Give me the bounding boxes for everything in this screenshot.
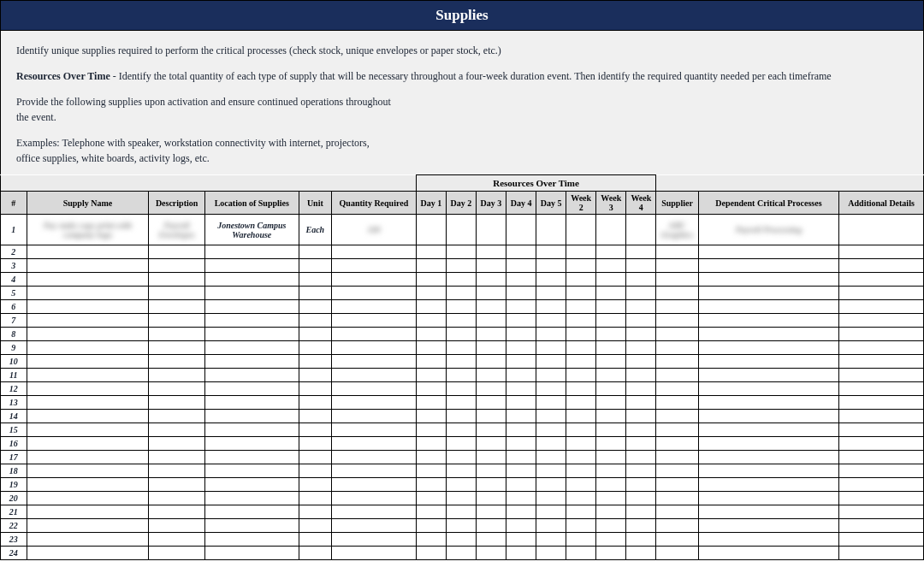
cell-supply_name[interactable] — [27, 396, 149, 410]
cell-location[interactable] — [205, 423, 299, 437]
cell-week3[interactable] — [596, 547, 626, 560]
cell-day3[interactable] — [476, 519, 506, 533]
cell-supply_name[interactable] — [27, 505, 149, 519]
cell-day3[interactable] — [476, 314, 506, 328]
cell-qty[interactable] — [332, 423, 417, 437]
cell-supplier[interactable] — [656, 369, 698, 382]
cell-supplier[interactable] — [656, 328, 698, 341]
cell-day2[interactable] — [446, 505, 476, 519]
cell-week4[interactable] — [626, 259, 656, 273]
cell-day1[interactable] — [416, 215, 446, 245]
cell-additional[interactable] — [839, 215, 924, 245]
cell-week2[interactable] — [566, 423, 596, 437]
cell-supply_name[interactable] — [27, 273, 149, 287]
cell-day5[interactable] — [536, 273, 566, 287]
cell-day4[interactable] — [506, 259, 536, 273]
cell-qty[interactable] — [332, 382, 417, 396]
cell-day5[interactable] — [536, 382, 566, 396]
cell-description[interactable]: Payroll Envelopes — [149, 215, 205, 245]
cell-day5[interactable] — [536, 505, 566, 519]
cell-description[interactable] — [149, 396, 205, 410]
cell-day1[interactable] — [416, 314, 446, 328]
cell-additional[interactable] — [839, 355, 924, 369]
cell-description[interactable] — [149, 369, 205, 382]
cell-day1[interactable] — [416, 464, 446, 478]
cell-week4[interactable] — [626, 245, 656, 259]
cell-day5[interactable] — [536, 423, 566, 437]
cell-num[interactable]: 16 — [1, 437, 27, 451]
cell-num[interactable]: 1 — [1, 215, 27, 245]
cell-num[interactable]: 7 — [1, 314, 27, 328]
cell-dep[interactable] — [698, 423, 838, 437]
cell-day3[interactable] — [476, 273, 506, 287]
cell-additional[interactable] — [839, 396, 924, 410]
cell-num[interactable]: 15 — [1, 423, 27, 437]
cell-week4[interactable] — [626, 369, 656, 382]
cell-day2[interactable] — [446, 410, 476, 423]
cell-supplier[interactable]: ABC Graphics — [656, 215, 698, 245]
cell-supplier[interactable] — [656, 245, 698, 259]
cell-dep[interactable] — [698, 464, 838, 478]
cell-day3[interactable] — [476, 382, 506, 396]
cell-additional[interactable] — [839, 273, 924, 287]
cell-location[interactable] — [205, 382, 299, 396]
cell-dep[interactable] — [698, 245, 838, 259]
cell-supply_name[interactable] — [27, 519, 149, 533]
cell-supply_name[interactable] — [27, 410, 149, 423]
cell-day3[interactable] — [476, 341, 506, 355]
cell-day2[interactable] — [446, 245, 476, 259]
cell-supply_name[interactable] — [27, 423, 149, 437]
cell-week4[interactable] — [626, 464, 656, 478]
cell-day2[interactable] — [446, 547, 476, 560]
cell-supplier[interactable] — [656, 341, 698, 355]
cell-week2[interactable] — [566, 396, 596, 410]
cell-week3[interactable] — [596, 410, 626, 423]
cell-description[interactable] — [149, 314, 205, 328]
cell-qty[interactable] — [332, 547, 417, 560]
cell-day3[interactable] — [476, 369, 506, 382]
cell-day2[interactable] — [446, 273, 476, 287]
cell-week2[interactable] — [566, 478, 596, 492]
cell-supply_name[interactable] — [27, 437, 149, 451]
cell-supplier[interactable] — [656, 314, 698, 328]
cell-qty[interactable] — [332, 519, 417, 533]
cell-dep[interactable] — [698, 341, 838, 355]
cell-week2[interactable] — [566, 519, 596, 533]
cell-week3[interactable] — [596, 423, 626, 437]
cell-week3[interactable] — [596, 464, 626, 478]
cell-qty[interactable] — [332, 505, 417, 519]
cell-qty[interactable] — [332, 314, 417, 328]
cell-week2[interactable] — [566, 369, 596, 382]
cell-qty[interactable] — [332, 245, 417, 259]
cell-day3[interactable] — [476, 423, 506, 437]
cell-dep[interactable] — [698, 410, 838, 423]
cell-num[interactable]: 23 — [1, 533, 27, 547]
cell-qty[interactable] — [332, 341, 417, 355]
cell-day5[interactable] — [536, 492, 566, 505]
cell-description[interactable] — [149, 355, 205, 369]
cell-description[interactable] — [149, 423, 205, 437]
cell-dep[interactable] — [698, 451, 838, 464]
cell-supply_name[interactable] — [27, 355, 149, 369]
cell-week4[interactable] — [626, 519, 656, 533]
cell-num[interactable]: 22 — [1, 519, 27, 533]
cell-day2[interactable] — [446, 355, 476, 369]
cell-day2[interactable] — [446, 478, 476, 492]
cell-qty[interactable] — [332, 273, 417, 287]
cell-supply_name[interactable] — [27, 314, 149, 328]
cell-unit[interactable] — [299, 423, 331, 437]
cell-num[interactable]: 14 — [1, 410, 27, 423]
cell-week2[interactable] — [566, 341, 596, 355]
cell-day5[interactable] — [536, 314, 566, 328]
cell-week3[interactable] — [596, 396, 626, 410]
cell-num[interactable]: 17 — [1, 451, 27, 464]
cell-day4[interactable] — [506, 437, 536, 451]
cell-day1[interactable] — [416, 547, 446, 560]
cell-day2[interactable] — [446, 437, 476, 451]
cell-day4[interactable] — [506, 287, 536, 300]
cell-day4[interactable] — [506, 423, 536, 437]
cell-day4[interactable] — [506, 519, 536, 533]
cell-supplier[interactable] — [656, 396, 698, 410]
cell-location[interactable] — [205, 492, 299, 505]
cell-supply_name[interactable] — [27, 328, 149, 341]
